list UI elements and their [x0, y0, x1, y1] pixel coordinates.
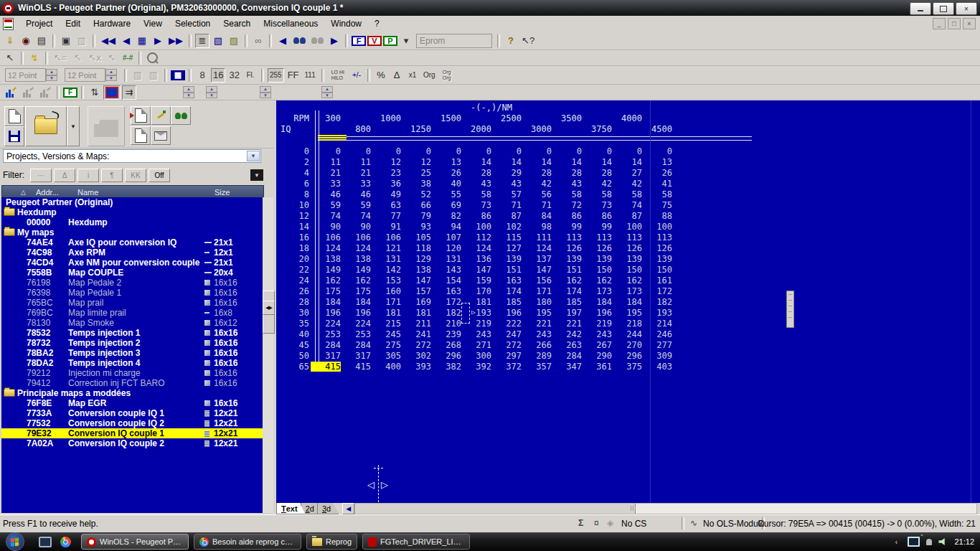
map-cell[interactable]: 0 [311, 146, 341, 156]
map-cell[interactable]: 124 [311, 243, 341, 253]
tree-item-79212[interactable]: 79212Injection mi charge16x16 [1, 368, 263, 378]
map-cell[interactable]: 58 [552, 189, 582, 199]
col-header-4500[interactable]: 4500 [642, 124, 672, 134]
map-cell[interactable]: 139 [552, 254, 582, 264]
map-cell[interactable]: 138 [311, 254, 341, 264]
map-cell[interactable]: 300 [461, 351, 491, 361]
tree-item-76f8e[interactable]: 76F8EMap EGR16x16 [1, 398, 263, 408]
map-cell[interactable]: 71 [522, 200, 552, 210]
map-cell[interactable]: 247 [491, 329, 522, 339]
map-cell[interactable]: 26 [431, 168, 461, 178]
map-cell[interactable]: 139 [612, 254, 642, 264]
volume-icon[interactable] [938, 538, 946, 546]
map-cell[interactable]: 218 [612, 319, 642, 329]
taskbar-button-winols[interactable]: WinOLS - Peugeot Pa... [81, 534, 189, 550]
online-search-button[interactable] [171, 106, 191, 125]
cursor-equal-icon[interactable]: ↖= [52, 51, 69, 65]
map-cell[interactable]: 127 [491, 243, 522, 253]
tree-item-74ae4[interactable]: 74AE4Axe IQ pour conversion IQ21x1 [1, 237, 263, 248]
map-edit-icon[interactable] [20, 85, 36, 100]
map-cell[interactable]: 42 [522, 179, 552, 189]
map-cell[interactable]: 138 [341, 254, 371, 264]
map-cell[interactable]: 131 [371, 254, 401, 264]
bits-32-button[interactable]: 32 [227, 68, 241, 83]
tab-scroll-left-button[interactable]: ◀ [342, 503, 354, 514]
show-desktop-icon[interactable] [39, 537, 52, 547]
map-cell[interactable]: 172 [431, 297, 461, 307]
map-cell[interactable]: 0 [552, 146, 582, 156]
map-cell[interactable]: 284 [341, 340, 371, 350]
map-cell[interactable]: 86 [461, 211, 491, 221]
map-cell[interactable]: 52 [401, 189, 431, 199]
map-cell[interactable]: 143 [431, 265, 461, 275]
map-cell[interactable]: 28 [461, 168, 491, 178]
tree-item-765bc[interactable]: 765BCMap prail16x16 [1, 298, 263, 308]
map-cell[interactable]: 113 [582, 232, 612, 242]
binoculars-icon[interactable] [291, 34, 308, 48]
map-cell[interactable]: 126 [582, 243, 612, 253]
org-org-button[interactable]: OrgOrg [439, 68, 455, 83]
map-cell[interactable]: 400 [371, 362, 401, 372]
map-cell[interactable]: 382 [431, 362, 461, 372]
minimize-button[interactable] [910, 2, 931, 15]
map-cell[interactable]: 94 [431, 222, 461, 232]
next-map-icon[interactable]: ▶ [151, 34, 165, 48]
preview-icon[interactable]: ▧ [211, 34, 225, 48]
tree-folder[interactable]: Hexdump [1, 207, 263, 217]
font-size-field-1-spinner[interactable]: ▲▼ [46, 69, 57, 81]
map-cell[interactable]: 21 [341, 168, 371, 178]
map-cell[interactable]: 193 [642, 308, 672, 318]
col-header-3000[interactable]: 3000 [522, 124, 552, 134]
map-cell[interactable]: 239 [431, 329, 461, 339]
map-cell[interactable]: 153 [371, 276, 401, 286]
map-cell[interactable]: 100 [461, 222, 491, 232]
map-cell[interactable]: 275 [371, 340, 401, 350]
map-cell[interactable]: 55 [431, 189, 461, 199]
open-project-button[interactable] [25, 106, 67, 146]
map-cell[interactable]: 0 [491, 146, 522, 156]
map-cell[interactable]: 272 [401, 340, 431, 350]
menu-window[interactable]: Window [324, 17, 368, 30]
eprom-combo[interactable]: Eprom [416, 34, 492, 48]
filter-dropdown-icon[interactable]: ▾ [399, 34, 413, 48]
map-cell[interactable]: 13 [431, 157, 461, 167]
map-cell[interactable]: 147 [401, 276, 431, 286]
map-cell[interactable]: 58 [461, 189, 491, 199]
map-cell[interactable]: 13 [642, 157, 672, 167]
map-cell[interactable]: 150 [612, 265, 642, 275]
map-cell[interactable]: 272 [491, 340, 522, 350]
column-size[interactable]: Size [215, 188, 263, 197]
tree-item-77532[interactable]: 77532Conversion couple IQ 212x21 [1, 418, 263, 428]
maximize-button[interactable] [933, 2, 954, 15]
filter-p-icon[interactable]: P [383, 36, 397, 46]
map-cell[interactable]: 175 [341, 286, 371, 296]
map-cell[interactable]: 163 [431, 286, 461, 296]
original-button[interactable]: Org [421, 68, 438, 83]
tree-item-78732[interactable]: 78732Temps injection 216x16 [1, 338, 263, 348]
col-header-1250[interactable]: 1250 [401, 124, 431, 134]
map-cell[interactable]: 93 [401, 222, 431, 232]
map-cell[interactable]: 14 [461, 157, 491, 167]
map-cell[interactable]: 184 [582, 297, 612, 307]
map-cell[interactable]: 12 [371, 157, 401, 167]
map-cell[interactable]: 111 [522, 232, 552, 242]
map-function-icon[interactable]: F [63, 88, 77, 98]
map-cell[interactable]: 309 [642, 351, 672, 361]
menu-search[interactable]: Search [217, 17, 257, 30]
cursor-delete-icon[interactable]: ↖x [86, 51, 103, 65]
tree-folder[interactable]: Principale maps a moddées [1, 388, 263, 398]
map-cell[interactable]: 14 [491, 157, 522, 167]
map-cell[interactable]: 270 [612, 340, 642, 350]
map-cell[interactable]: 161 [642, 276, 672, 286]
map-cell[interactable]: 169 [401, 297, 431, 307]
map-cell[interactable]: 106 [311, 232, 341, 242]
map-cell[interactable]: 211 [401, 319, 431, 329]
last-map-icon[interactable]: ▶▶ [166, 34, 185, 48]
view-hex-button[interactable]: FF [286, 68, 301, 83]
sign-button[interactable]: +/- [349, 68, 364, 83]
map-cell[interactable]: 163 [491, 276, 522, 286]
map-cell[interactable]: 29 [491, 168, 522, 178]
map-cell[interactable]: 28 [582, 168, 612, 178]
map-cell[interactable]: 23 [371, 168, 401, 178]
taskbar-button-chrome[interactable]: Besoin aide reprog ca... [194, 534, 301, 550]
